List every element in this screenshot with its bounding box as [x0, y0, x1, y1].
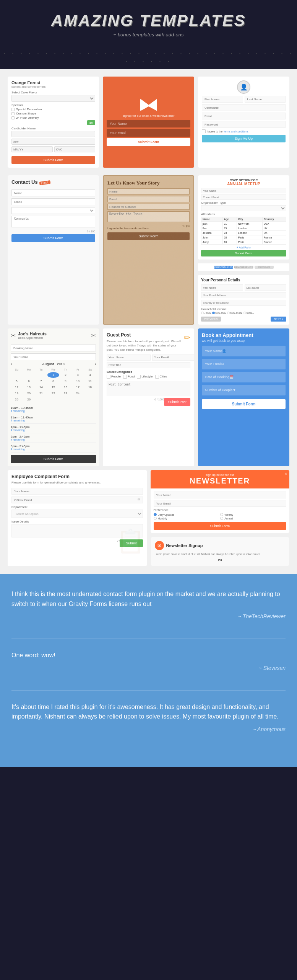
cal-day-5[interactable]: 5: [11, 378, 23, 384]
firstname-input[interactable]: [202, 96, 243, 103]
pref-annual[interactable]: Annual: [220, 517, 286, 520]
cal-day-7[interactable]: 7: [35, 378, 47, 384]
cal-day-9[interactable]: 9: [60, 378, 71, 384]
complaint-name-input[interactable]: [11, 488, 143, 495]
contact-submit[interactable]: Submit Form: [11, 234, 95, 242]
weekly-radio[interactable]: [220, 513, 223, 516]
cal-day-6[interactable]: 6: [23, 378, 35, 384]
signup-name-input[interactable]: [107, 120, 190, 127]
password-input[interactable]: [202, 121, 286, 128]
step-3[interactable]: PROGRAM: [255, 266, 274, 269]
complaint-email-input[interactable]: [11, 497, 143, 503]
username-input[interactable]: [202, 104, 286, 111]
book-submit[interactable]: Submit Form: [202, 399, 286, 409]
post-content-textarea[interactable]: [107, 381, 190, 396]
lastname-input[interactable]: [245, 96, 286, 103]
calendar-prev[interactable]: ‹: [11, 362, 12, 366]
cal-day-26[interactable]: 26: [23, 397, 35, 402]
category-lifestyle[interactable]: Lifestyle: [137, 375, 153, 379]
haircuts-submit[interactable]: Submit Form: [11, 455, 96, 463]
cal-day-13[interactable]: 13: [23, 384, 35, 390]
dept-select[interactable]: Select An Option: [11, 510, 143, 518]
cal-day-4[interactable]: 4: [84, 372, 96, 378]
personal-email-input[interactable]: [201, 292, 286, 298]
book-date-field[interactable]: Date of Booking 📅: [202, 372, 286, 382]
next-button[interactable]: NEXT >: [271, 317, 286, 322]
timeslot-4[interactable]: 2pm - 2:45pm 4 remaining: [11, 433, 96, 443]
cal-day-25[interactable]: 25: [11, 397, 23, 402]
income-option-3[interactable]: $50k-$100k: [227, 312, 242, 314]
book-people-field[interactable]: Number of People ▼: [202, 385, 286, 395]
cal-day-8[interactable]: 8: [47, 378, 59, 384]
rsvp-email-input[interactable]: [201, 194, 286, 200]
guest-submit[interactable]: Submit Post: [164, 398, 190, 406]
issue-type-select[interactable]: [11, 207, 95, 214]
contact-email-input[interactable]: [11, 198, 95, 205]
newsletter-name-input[interactable]: [154, 492, 287, 498]
cal-day-21[interactable]: 21: [35, 390, 47, 396]
story-name-input[interactable]: [107, 188, 190, 194]
personal-country-input[interactable]: [201, 300, 286, 306]
timeslot-1[interactable]: 10am - 10:45am 4 remaining: [11, 405, 96, 414]
signup-submit[interactable]: Submit Form: [107, 138, 190, 146]
cal-day-12[interactable]: 12: [11, 384, 23, 390]
cardholder-input[interactable]: [11, 131, 95, 137]
terms-link[interactable]: terms and conditions: [224, 130, 248, 133]
cal-day-24[interactable]: 24: [72, 390, 84, 396]
cities-checkbox[interactable]: [155, 375, 159, 379]
category-food[interactable]: Food: [123, 375, 135, 379]
login-submit[interactable]: Sign Me Up: [202, 135, 286, 142]
cal-day-22[interactable]: 22: [47, 390, 59, 396]
cal-day-19[interactable]: 19: [11, 390, 23, 396]
cal-day-10[interactable]: 10: [72, 378, 84, 384]
daily-radio[interactable]: [154, 513, 157, 516]
timeslot-5[interactable]: 3pm - 3:45pm 4 remaining: [11, 443, 96, 452]
card-number-input[interactable]: [11, 139, 95, 145]
cvc-input[interactable]: [54, 146, 96, 152]
step-2[interactable]: DEMOGRAPHICS: [234, 266, 253, 269]
lifestyle-checkbox[interactable]: [137, 375, 141, 379]
timeslot-3[interactable]: 1pm - 1:45pm 4 remaining: [11, 424, 96, 433]
rsvp-name-input[interactable]: [201, 188, 286, 193]
book-email-field[interactable]: Your Email ✉: [202, 359, 286, 369]
email-input[interactable]: [202, 113, 286, 119]
income-option-4[interactable]: $100k+: [243, 312, 254, 314]
cal-day-11[interactable]: 11: [84, 378, 96, 384]
pref-daily[interactable]: Daily Updates: [154, 513, 220, 516]
pref-weekly[interactable]: Weekly: [220, 513, 286, 516]
cal-day-14[interactable]: 14: [35, 384, 47, 390]
income-option-2[interactable]: $50k-$50k: [212, 312, 226, 314]
cal-day-2[interactable]: 2: [60, 372, 71, 378]
story-submit[interactable]: Submit Form: [107, 232, 190, 240]
orange-forest-submit[interactable]: Submit Form: [11, 156, 95, 164]
book-name-field[interactable]: Your Name 👤: [202, 346, 286, 356]
org-type-select[interactable]: [201, 205, 286, 211]
newsletter-email-input[interactable]: [154, 500, 287, 507]
cal-day-17[interactable]: 17: [72, 384, 84, 390]
post-title-input[interactable]: [107, 362, 190, 368]
contact-name-input[interactable]: [11, 189, 95, 196]
people-checkbox[interactable]: [107, 375, 110, 379]
haircuts-email-input[interactable]: [11, 353, 96, 360]
step-1[interactable]: PERSONAL INFO: [214, 266, 233, 269]
cal-day-15[interactable]: 15: [47, 384, 59, 390]
cal-day-23[interactable]: 23: [60, 390, 71, 396]
category-people[interactable]: People: [107, 375, 121, 379]
story-email-input[interactable]: [107, 196, 190, 202]
newsletter-submit[interactable]: Submit Form: [154, 522, 287, 530]
personal-firstname-input[interactable]: [201, 284, 243, 291]
guest-name-input[interactable]: [107, 354, 151, 361]
issue-textarea[interactable]: [11, 524, 143, 537]
cal-day-1[interactable]: 1: [47, 372, 59, 378]
food-checkbox[interactable]: [123, 375, 127, 379]
annual-radio[interactable]: [220, 517, 223, 520]
cal-day-18[interactable]: 18: [84, 384, 96, 390]
category-cities[interactable]: Cities: [155, 375, 167, 379]
rsvp-submit[interactable]: Submit Form: [201, 250, 286, 256]
booking-name-input[interactable]: [11, 345, 96, 351]
calendar-next[interactable]: ›: [95, 362, 96, 366]
complaint-submit[interactable]: Submit: [120, 539, 143, 547]
personal-lastname-input[interactable]: [245, 284, 287, 291]
prev-button[interactable]: PREVIOUS: [201, 317, 221, 322]
cal-day-3[interactable]: 3: [72, 372, 84, 378]
